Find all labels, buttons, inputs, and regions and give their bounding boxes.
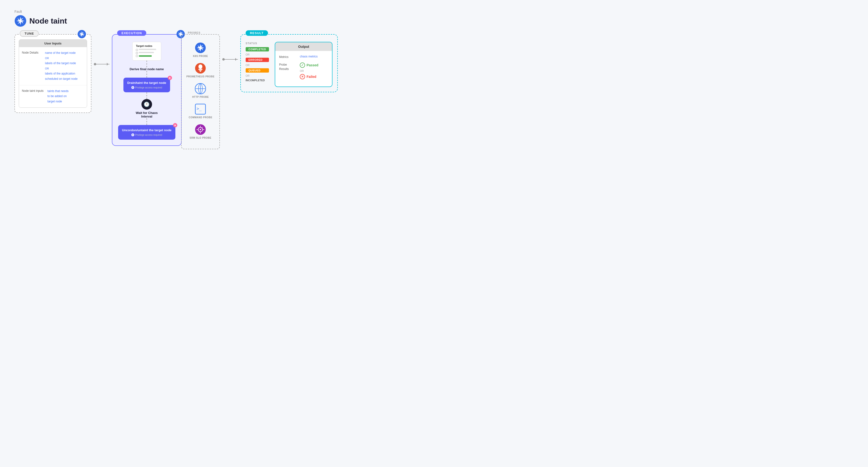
probe-k8s-name: K8S PROBE (193, 55, 208, 58)
probe-http-name: HTTP PROBE (192, 96, 209, 98)
input-row-taint: Node taint inputs taints that needsto be… (19, 85, 87, 108)
svg-text:>_: >_ (196, 106, 202, 111)
status-completed: COMPLETED (246, 47, 269, 52)
probe-item-prometheus: PROMETHEUS PROBE (186, 62, 215, 78)
svg-point-5 (180, 33, 181, 35)
probe-http-icon-wrap (194, 83, 207, 95)
status-queued: QUEUED (246, 68, 269, 73)
probe-result-col: ✓ Passed OR ✕ Failed (300, 63, 318, 79)
mini-checkbox-1 (136, 49, 138, 51)
input-label-taint: Node taint inputs (22, 89, 43, 104)
svg-rect-10 (198, 69, 203, 70)
svg-point-9 (198, 64, 203, 69)
or-3: OR (246, 74, 269, 77)
or-2: OR (246, 64, 269, 67)
x-icon: ✕ (300, 74, 305, 79)
privilege-icon-1: ⚙ (131, 86, 134, 89)
probe-srm-icon-wrap (194, 124, 207, 136)
probe-prometheus-name: PROMETHEUS PROBE (186, 75, 215, 78)
clock-icon: 🕐 (144, 101, 150, 107)
probe-srm-name: SRM SLO PROBE (190, 136, 211, 139)
svg-point-3 (81, 33, 83, 35)
or-1: OR (246, 53, 269, 56)
k8s-probe-icon (195, 42, 206, 53)
passed-row: ✓ Passed (300, 63, 318, 68)
input-values-node: name of the target node OR labels of the… (45, 51, 78, 82)
drain-taint-step: ★ Drain/taint the target node ⚙ Privileg… (123, 78, 170, 92)
probe-results-row: ProbeResults ✓ Passed OR ✕ Failed (279, 63, 328, 79)
output-header: Output (275, 42, 332, 51)
privilege-badge-2: ⚙ Privilege access required (122, 133, 172, 136)
probe-k8s-icon-wrap (194, 42, 207, 54)
prometheus-probe-icon (195, 63, 206, 74)
probe-command-name: COMMAND PROBE (189, 116, 212, 119)
failed-row: ✕ Failed (300, 74, 318, 79)
svg-rect-11 (199, 70, 202, 71)
exec-steps: Target nodes (118, 42, 175, 140)
http-probe-icon (195, 83, 206, 94)
dashed-vert-3 (147, 92, 147, 99)
metrics-label: Metrics (279, 55, 296, 59)
drain-taint-label: Drain/taint the target node (127, 81, 166, 85)
probe-results-label: ProbeResults (279, 63, 296, 71)
probe-item-command: >_ COMMAND PROBE (186, 103, 215, 119)
page-header: Fault Node taint (14, 10, 854, 27)
mini-checkbox-3 (136, 55, 138, 57)
diagram-container: TUNE User Inputs Node Details name of th… (14, 34, 854, 149)
clock-icon-wrap: 🕐 (142, 99, 152, 110)
checkbox-row-1 (136, 49, 158, 51)
probe-item-http: HTTP PROBE (186, 83, 215, 98)
corner-badge-1: ★ (168, 76, 172, 80)
arrow-line (95, 64, 110, 64)
privilege-icon-2: ⚙ (131, 133, 134, 136)
derive-step-label: Derive final node name (130, 67, 164, 71)
node-line-2 (139, 52, 154, 53)
probe-command-icon-wrap: >_ (194, 103, 207, 115)
corner-badge-2: ★ (173, 123, 177, 127)
probe-item-k8s: K8S PROBE (186, 42, 215, 58)
status-label: STATUS (246, 42, 269, 45)
checkbox-row-2 (136, 52, 158, 54)
result-section: RESULT STATUS COMPLETED OR ERRORED OR QU… (240, 34, 338, 92)
fault-label: Fault (14, 10, 854, 13)
srm-probe-icon (195, 124, 206, 135)
dashed-vert-1 (147, 61, 147, 67)
dashed-vert-4 (147, 118, 147, 125)
probe-prometheus-icon-wrap (194, 62, 207, 74)
kubernetes-icon (14, 15, 27, 27)
check-icon: ✓ (300, 63, 305, 68)
result-inner: STATUS COMPLETED OR ERRORED OR QUEUED OR… (246, 42, 333, 87)
target-nodes-title: Target nodes (136, 44, 158, 47)
wait-step-label: Wait for ChaosInterval (136, 111, 158, 118)
execution-badge: EXECUTION (117, 30, 146, 36)
input-row-node-details: Node Details name of the target node OR … (19, 47, 87, 85)
execution-section: EXECUTION Target nodes (112, 34, 182, 146)
probes-label: PROBES (186, 31, 202, 34)
result-badge: RESULT (246, 30, 268, 36)
probe-item-srm: SRM SLO PROBE (186, 124, 215, 139)
probes-to-result-arrow (222, 58, 238, 61)
metrics-value: chaos metrics (300, 55, 317, 58)
title-row: Node taint (14, 15, 854, 27)
input-values-taint: taints that needsto be added ontarget no… (48, 89, 68, 104)
target-nodes-lines (136, 49, 158, 57)
tune-to-execution-arrow (91, 63, 112, 65)
node-line-green (139, 55, 152, 57)
user-inputs-header: User Inputs (19, 40, 87, 47)
svg-rect-12 (200, 71, 202, 72)
uncordon-label: Uncordon/untaint the target node (122, 128, 172, 132)
or-probe: OR (300, 69, 318, 72)
derive-step: Derive final node name (130, 67, 164, 71)
privilege-badge-1: ⚙ Privilege access required (127, 86, 166, 89)
failed-label: Failed (307, 75, 316, 78)
tune-k8s-icon (78, 30, 86, 38)
mini-checkbox-2 (136, 52, 138, 54)
arrow-line-right (223, 59, 238, 60)
input-label-node: Node Details (22, 51, 41, 82)
privilege-text-1: Privilege access required (135, 86, 162, 89)
privilege-text-2: Privilege access required (135, 134, 162, 136)
status-incompleted: INCOMPLETED (246, 79, 269, 82)
dashed-vert-2 (147, 71, 147, 78)
uncordon-step: ★ Uncordon/untaint the target node ⚙ Pri… (118, 125, 175, 140)
svg-point-21 (200, 129, 202, 130)
